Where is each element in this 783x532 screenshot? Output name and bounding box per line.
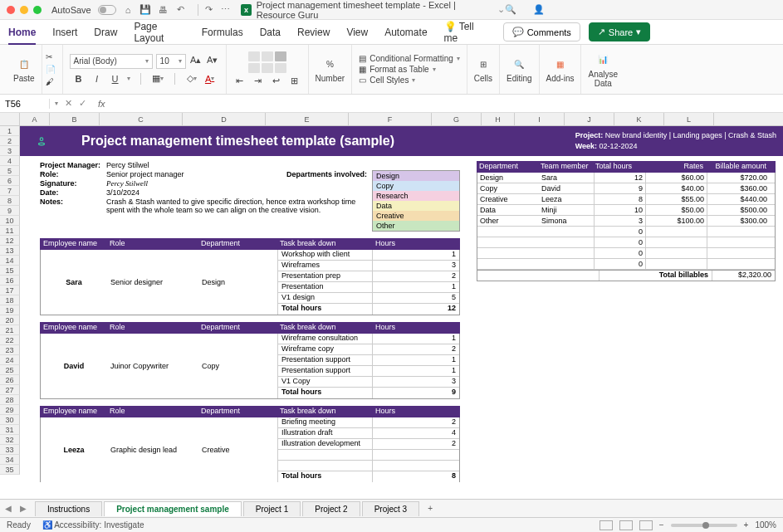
view-pagebreak-icon[interactable]: [639, 520, 653, 530]
view-normal-icon[interactable]: [599, 520, 613, 530]
decrease-font-icon[interactable]: A▾: [206, 54, 219, 67]
accessibility-status[interactable]: ♿ Accessibility: Investigate: [42, 520, 144, 530]
row-header[interactable]: 10: [0, 216, 20, 226]
undo-icon[interactable]: ↶: [175, 4, 186, 16]
increase-font-icon[interactable]: A▴: [189, 54, 203, 67]
tab-view[interactable]: View: [346, 27, 368, 38]
italic-button[interactable]: I: [91, 72, 104, 85]
zoom-out-icon[interactable]: −: [659, 520, 664, 530]
cells-button[interactable]: ⊞ Cells: [474, 56, 492, 83]
select-all-corner[interactable]: [0, 113, 20, 125]
spreadsheet[interactable]: ABCDEFGHIJKL 123456789101112131415161718…: [0, 113, 783, 482]
sheet-tab-project1[interactable]: Project 1: [243, 501, 301, 516]
row-header[interactable]: 8: [0, 196, 20, 206]
tab-formulas[interactable]: Formulas: [202, 27, 243, 38]
indent-left-icon[interactable]: ⇤: [233, 75, 247, 88]
row-header[interactable]: 18: [0, 295, 20, 305]
close-icon[interactable]: [7, 6, 15, 14]
save-icon[interactable]: 💾: [139, 4, 151, 16]
fx-icon[interactable]: fx: [98, 99, 105, 109]
account-icon[interactable]: 👤: [533, 4, 545, 16]
merge-icon[interactable]: ⊞: [288, 75, 301, 88]
row-header[interactable]: 32: [0, 435, 20, 445]
row-header[interactable]: 21: [0, 325, 20, 335]
bold-button[interactable]: B: [72, 72, 86, 85]
row-header[interactable]: 2: [0, 136, 20, 146]
col-header[interactable]: C: [100, 113, 183, 125]
column-headers[interactable]: ABCDEFGHIJKL: [0, 113, 783, 126]
editing-button[interactable]: 🔍 Editing: [507, 56, 532, 83]
col-header[interactable]: A: [20, 113, 50, 125]
cell-styles-button[interactable]: ▭Cell Styles▾: [359, 76, 460, 85]
cut-icon[interactable]: ✂: [46, 52, 56, 61]
tab-page-layout[interactable]: Page Layout: [134, 21, 184, 44]
cancel-formula-icon[interactable]: ✕: [65, 98, 72, 109]
font-color-button[interactable]: A▾: [203, 72, 217, 85]
wrap-text-icon[interactable]: ↩: [270, 75, 283, 88]
col-header[interactable]: I: [515, 113, 565, 125]
row-header[interactable]: 20: [0, 315, 20, 325]
sheet-nav-next-icon[interactable]: ▶: [20, 504, 27, 513]
sheet-tab-project3[interactable]: Project 3: [362, 501, 419, 516]
underline-button[interactable]: U: [109, 72, 122, 85]
row-header[interactable]: 11: [0, 226, 20, 236]
col-header[interactable]: F: [349, 113, 432, 125]
zoom-level[interactable]: 100%: [755, 520, 776, 530]
font-size-select[interactable]: 10▾: [156, 54, 186, 69]
format-painter-icon[interactable]: 🖌: [46, 77, 56, 86]
row-header[interactable]: 26: [0, 375, 20, 385]
document-title[interactable]: x Project management timesheet template …: [241, 0, 505, 20]
row-header[interactable]: 35: [0, 465, 20, 475]
sheet-tab-project2[interactable]: Project 2: [302, 501, 360, 516]
row-header[interactable]: 17: [0, 286, 20, 295]
paste-button[interactable]: 📋 Paste: [13, 56, 35, 83]
tab-automate[interactable]: Automate: [384, 27, 427, 38]
col-header[interactable]: D: [183, 113, 266, 125]
tab-data[interactable]: Data: [260, 27, 281, 38]
view-layout-icon[interactable]: [619, 520, 633, 530]
col-header[interactable]: L: [664, 113, 714, 125]
row-header[interactable]: 15: [0, 266, 20, 276]
row-header[interactable]: 4: [0, 156, 20, 166]
row-header[interactable]: 1: [0, 126, 20, 136]
row-header[interactable]: 5: [0, 166, 20, 176]
row-header[interactable]: 3: [0, 146, 20, 156]
row-header[interactable]: 33: [0, 445, 20, 455]
row-header[interactable]: 22: [0, 335, 20, 345]
col-header[interactable]: B: [50, 113, 100, 125]
tab-home[interactable]: Home: [8, 27, 36, 45]
col-header[interactable]: E: [266, 113, 349, 125]
row-header[interactable]: 19: [0, 305, 20, 315]
tab-review[interactable]: Review: [297, 27, 330, 38]
row-header[interactable]: 7: [0, 186, 20, 196]
fill-color-button[interactable]: ◇▾: [185, 72, 198, 85]
sheet-nav-prev-icon[interactable]: ◀: [5, 504, 12, 513]
zoom-in-icon[interactable]: +: [744, 520, 749, 530]
window-controls[interactable]: [7, 6, 42, 14]
col-header[interactable]: K: [614, 113, 664, 125]
row-header[interactable]: 30: [0, 415, 20, 425]
add-sheet-button[interactable]: +: [421, 501, 439, 515]
col-header[interactable]: H: [482, 113, 515, 125]
minimize-icon[interactable]: [20, 6, 28, 14]
row-header[interactable]: 25: [0, 365, 20, 375]
sheet-tab-instructions[interactable]: Instructions: [35, 501, 102, 516]
row-header[interactable]: 28: [0, 395, 20, 405]
zoom-slider[interactable]: [671, 524, 737, 527]
share-button[interactable]: ↗ Share ▾: [589, 22, 650, 41]
row-header[interactable]: 31: [0, 425, 20, 435]
indent-right-icon[interactable]: ⇥: [252, 75, 265, 88]
home-icon[interactable]: ⌂: [123, 4, 134, 16]
row-header[interactable]: 23: [0, 345, 20, 355]
tell-me[interactable]: 💡 Tell me: [444, 21, 487, 44]
col-header[interactable]: J: [565, 113, 614, 125]
conditional-formatting-button[interactable]: ▤Conditional Formatting▾: [359, 54, 460, 63]
sheet-content[interactable]: Project management timesheet template (s…: [20, 126, 783, 482]
copy-icon[interactable]: 📄: [46, 65, 56, 74]
enter-formula-icon[interactable]: ✓: [79, 98, 86, 109]
more-icon[interactable]: ⋯: [220, 4, 231, 16]
addins-button[interactable]: ▦ Add-ins: [546, 56, 575, 83]
row-header[interactable]: 12: [0, 236, 20, 246]
percent-icon[interactable]: %: [321, 56, 338, 72]
row-header[interactable]: 27: [0, 385, 20, 395]
